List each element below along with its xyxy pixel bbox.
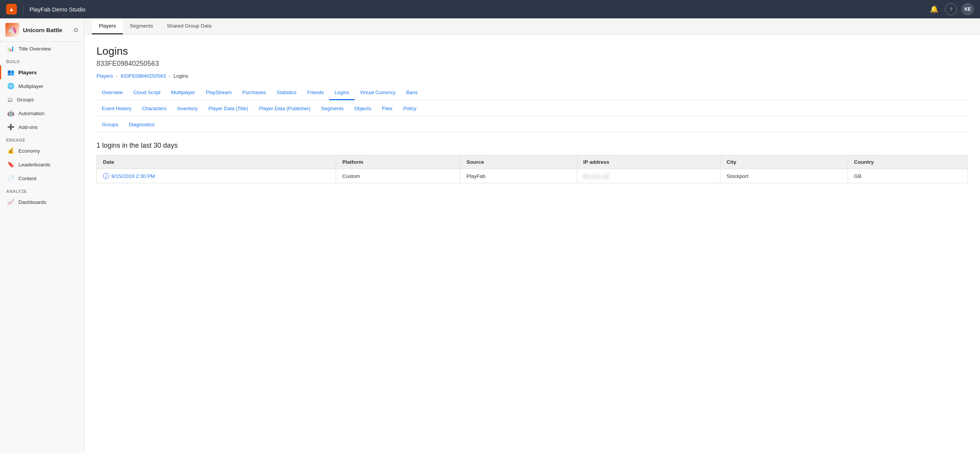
sidebar-item-content[interactable]: 📄 Content <box>0 171 84 185</box>
dashboards-label: Dashboards <box>18 199 46 205</box>
groups-icon: 🗂 <box>7 96 13 103</box>
title-overview-icon: 📊 <box>7 45 15 52</box>
subnav-inventory[interactable]: Inventory <box>172 102 203 116</box>
subnav-files[interactable]: Files <box>377 102 398 116</box>
subnav-player-data-title[interactable]: Player Data (Title) <box>203 102 253 116</box>
row-date[interactable]: i 9/15/2019 2:30 PM <box>97 169 336 183</box>
sidebar-item-addons[interactable]: ➕ Add-ons <box>0 120 84 134</box>
section-title: 1 logins in the last 30 days <box>96 142 968 150</box>
subnav-groups[interactable]: Groups <box>96 118 124 132</box>
table-row: i 9/15/2019 2:30 PM Custom PlayFab 8x.1x… <box>97 169 968 183</box>
sub-nav-row2: Event History Characters Inventory Playe… <box>96 102 968 116</box>
game-icon: 🦄 <box>5 23 19 37</box>
sidebar-item-players[interactable]: 👥 Players <box>0 65 84 79</box>
content-icon: 📄 <box>7 175 15 182</box>
title-overview-label: Title Overview <box>18 46 51 52</box>
row-source: PlayFab <box>460 169 577 183</box>
subnav-virtual-currency[interactable]: Virtual Currency <box>354 86 401 100</box>
notification-bell-icon[interactable]: 🔔 <box>928 3 940 15</box>
breadcrumb-current: Logins <box>173 73 188 79</box>
sidebar-item-automation[interactable]: 🤖 Automation <box>0 106 84 120</box>
automation-label: Automation <box>18 111 44 116</box>
subnav-objects[interactable]: Objects <box>349 102 377 116</box>
studio-title: PlayFab Demo Studio <box>29 6 85 13</box>
app-logo: ▲ <box>6 4 17 15</box>
subnav-segments[interactable]: Segments <box>316 102 349 116</box>
addons-icon: ➕ <box>7 124 15 130</box>
subnav-friends[interactable]: Friends <box>302 86 329 100</box>
subnav-characters[interactable]: Characters <box>137 102 172 116</box>
col-ip: IP address <box>577 155 720 169</box>
breadcrumb-players[interactable]: Players <box>96 73 113 79</box>
main-layout: 🦄 Unicorn Battle ⚙ 📊 Title Overview BUIL… <box>0 18 980 453</box>
game-title: Unicorn Battle <box>23 27 62 33</box>
sidebar-item-groups[interactable]: 🗂 Groups <box>0 93 84 106</box>
col-platform: Platform <box>336 155 460 169</box>
content-label: Content <box>18 176 36 181</box>
col-city: City <box>720 155 848 169</box>
sub-nav-row1: Overview Cloud Script Multiplayer PlaySt… <box>96 86 968 100</box>
nav-divider <box>23 5 23 14</box>
settings-gear-icon[interactable]: ⚙ <box>73 26 78 34</box>
sidebar-item-title-overview[interactable]: 📊 Title Overview <box>0 42 84 55</box>
dashboards-icon: 📈 <box>7 199 15 205</box>
subnav-logins[interactable]: Logins <box>329 86 354 100</box>
sub-nav-row3: Groups Diagnostics <box>96 118 968 132</box>
leaderboards-label: Leaderboards <box>18 162 50 168</box>
sidebar: 🦄 Unicorn Battle ⚙ 📊 Title Overview BUIL… <box>0 18 84 453</box>
subnav-bans[interactable]: Bans <box>401 86 423 100</box>
user-avatar[interactable]: KE <box>962 3 974 15</box>
sidebar-item-leaderboards[interactable]: 🔖 Leaderboards <box>0 158 84 171</box>
subnav-cloud-script[interactable]: Cloud Script <box>128 86 166 100</box>
col-date: Date <box>97 155 336 169</box>
breadcrumb: Players › 833FE09840250563 › Logins <box>96 73 968 79</box>
logo-icon: ▲ <box>9 6 14 12</box>
top-navigation: ▲ PlayFab Demo Studio 🔔 ? KE <box>0 0 980 18</box>
row-city: Stockport <box>720 169 848 183</box>
tab-shared-group-data[interactable]: Shared Group Data <box>160 18 219 34</box>
row-platform: Custom <box>336 169 460 183</box>
subnav-policy[interactable]: Policy <box>398 102 422 116</box>
subnav-multiplayer[interactable]: Multiplayer <box>166 86 201 100</box>
breadcrumb-player-id[interactable]: 833FE09840250563 <box>121 73 166 79</box>
subnav-player-data-publisher[interactable]: Player Data (Publisher) <box>254 102 316 116</box>
info-icon[interactable]: i <box>103 173 109 179</box>
sidebar-item-economy[interactable]: 💰 Economy <box>0 144 84 158</box>
leaderboards-icon: 🔖 <box>7 161 15 168</box>
breadcrumb-sep-2: › <box>169 73 170 79</box>
breadcrumb-sep-1: › <box>116 73 118 79</box>
subnav-playstream[interactable]: PlayStream <box>201 86 237 100</box>
player-id: 833FE09840250563 <box>96 60 968 68</box>
subnav-event-history[interactable]: Event History <box>96 102 137 116</box>
sidebar-section-engage: ENGAGE <box>0 134 84 144</box>
top-tab-bar: Players Segments Shared Group Data <box>84 18 980 34</box>
sidebar-item-dashboards[interactable]: 📈 Dashboards <box>0 195 84 209</box>
tab-segments[interactable]: Segments <box>123 18 160 34</box>
row-ip: 8x.1x2.x.x0 <box>577 169 720 183</box>
content-area: Players Segments Shared Group Data Login… <box>84 18 980 453</box>
logins-table: Date Platform Source IP address City Cou… <box>96 155 968 183</box>
page-title: Logins <box>96 45 968 57</box>
addons-label: Add-ons <box>18 124 38 130</box>
subnav-overview[interactable]: Overview <box>96 86 128 100</box>
multiplayer-label: Multiplayer <box>18 83 43 89</box>
ip-address-value: 8x.1x2.x.x0 <box>583 173 609 179</box>
main-content: Logins 833FE09840250563 Players › 833FE0… <box>84 34 980 453</box>
sidebar-section-build: BUILD <box>0 55 84 65</box>
subnav-purchases[interactable]: Purchases <box>237 86 271 100</box>
col-source: Source <box>460 155 577 169</box>
players-label: Players <box>18 70 37 75</box>
row-country: GB <box>848 169 967 183</box>
subnav-diagnostics[interactable]: Diagnostics <box>124 118 160 132</box>
date-value[interactable]: 9/15/2019 2:30 PM <box>111 173 155 179</box>
sidebar-header: 🦄 Unicorn Battle ⚙ <box>0 18 84 42</box>
subnav-statistics[interactable]: Statistics <box>271 86 302 100</box>
economy-icon: 💰 <box>7 147 15 154</box>
sidebar-item-multiplayer[interactable]: 🌐 Multiplayer <box>0 79 84 93</box>
help-icon[interactable]: ? <box>945 3 957 15</box>
economy-label: Economy <box>18 148 40 154</box>
tab-players[interactable]: Players <box>92 18 123 34</box>
col-country: Country <box>848 155 967 169</box>
groups-label: Groups <box>17 97 34 103</box>
automation-icon: 🤖 <box>7 110 15 117</box>
